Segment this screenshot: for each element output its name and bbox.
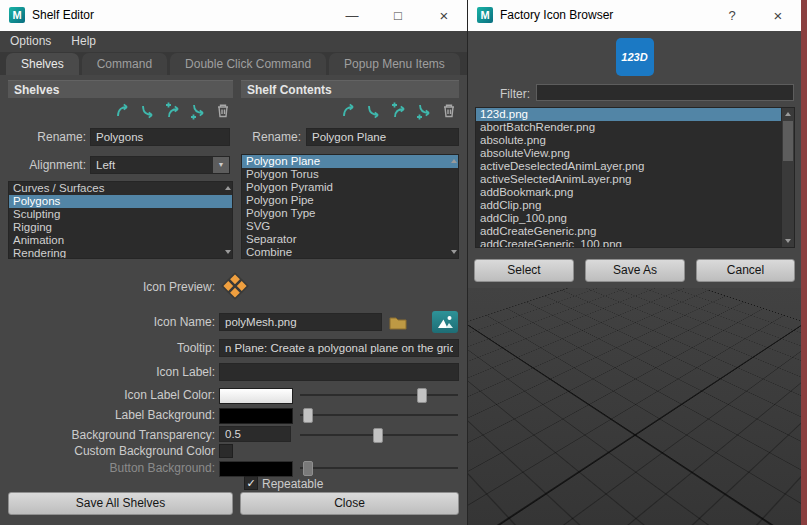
- shelf-delete-button[interactable]: [213, 101, 233, 121]
- tab-double-click-command[interactable]: Double Click Command: [170, 53, 326, 75]
- list-item[interactable]: Rigging: [9, 221, 232, 234]
- list-item[interactable]: Rendering: [9, 247, 232, 259]
- item-delete-button[interactable]: [439, 101, 459, 121]
- background-transparency-row: Background Transparency:: [0, 426, 467, 446]
- icon-label-color-swatch[interactable]: [219, 388, 293, 404]
- repeatable-checkbox[interactable]: ✓: [244, 476, 258, 490]
- label-background-slider[interactable]: [300, 407, 458, 423]
- list-item[interactable]: addCreateGeneric.png: [476, 225, 794, 238]
- icon-label-label: Icon Label:: [156, 365, 215, 379]
- slider-handle[interactable]: [373, 428, 383, 443]
- factory-icon: [436, 314, 454, 330]
- icon-preview-label: Icon Preview:: [143, 280, 215, 294]
- list-item[interactable]: activeDeselectedAnimLayer.png: [476, 160, 794, 173]
- cancel-button[interactable]: Cancel: [696, 259, 795, 282]
- custom-background-color-checkbox[interactable]: [219, 444, 233, 458]
- close-button[interactable]: ×: [421, 0, 467, 31]
- help-button[interactable]: ?: [709, 0, 755, 31]
- list-item[interactable]: addClip_100.png: [476, 212, 794, 225]
- shelf-move-down-button[interactable]: [138, 101, 158, 121]
- maximize-button[interactable]: □: [375, 0, 421, 31]
- scroll-up-icon[interactable]: [451, 159, 457, 163]
- shelf-editor-window: M Shelf Editor — □ × Options Help Shelve…: [0, 0, 467, 525]
- tab-shelves[interactable]: Shelves: [6, 53, 79, 75]
- icon-name-input[interactable]: [219, 313, 382, 331]
- save-all-shelves-button[interactable]: Save All Shelves: [8, 492, 233, 515]
- tab-command[interactable]: Command: [82, 53, 167, 75]
- item-add-button[interactable]: [389, 101, 409, 121]
- shelves-list-scrollbar[interactable]: [222, 182, 232, 258]
- list-item[interactable]: Separator: [242, 233, 458, 246]
- factory-icon-browser-button[interactable]: [432, 311, 458, 333]
- icon-files-scrollbar[interactable]: [781, 108, 794, 247]
- scroll-up-icon[interactable]: [785, 112, 791, 116]
- button-background-swatch: [219, 461, 293, 477]
- list-item[interactable]: Polygon Pyramid: [242, 181, 458, 194]
- shelf-editor-titlebar[interactable]: M Shelf Editor — □ ×: [0, 0, 467, 31]
- chevron-down-icon[interactable]: ▼: [213, 157, 229, 173]
- list-item[interactable]: abortBatchRender.png: [476, 121, 794, 134]
- background-transparency-slider[interactable]: [300, 427, 458, 443]
- browse-folder-button[interactable]: [388, 313, 408, 333]
- repeatable-row: ✓ Repeatable: [0, 476, 467, 490]
- select-button[interactable]: Select: [474, 259, 574, 282]
- tab-popup-menu-items[interactable]: Popup Menu Items: [329, 53, 460, 75]
- scroll-down-icon[interactable]: [785, 239, 791, 243]
- close-button[interactable]: ×: [755, 0, 801, 31]
- arrow-up-icon: [340, 102, 358, 120]
- icon-browser-titlebar[interactable]: M Factory Icon Browser ? ×: [468, 0, 801, 31]
- list-item[interactable]: Polygon Pipe: [242, 194, 458, 207]
- slider-handle[interactable]: [303, 408, 313, 423]
- list-item[interactable]: Polygons: [9, 195, 232, 208]
- list-item[interactable]: Polygon Type: [242, 207, 458, 220]
- minimize-button[interactable]: —: [329, 0, 375, 31]
- background-window-edge: [801, 0, 807, 525]
- menu-options[interactable]: Options: [0, 31, 61, 52]
- scrollbar-thumb[interactable]: [783, 121, 793, 161]
- list-item[interactable]: Curves / Surfaces: [9, 182, 232, 195]
- scroll-up-icon[interactable]: [225, 186, 231, 190]
- list-item[interactable]: addCreateGeneric_100.png: [476, 238, 794, 248]
- item-move-down-button[interactable]: [364, 101, 384, 121]
- label-background-swatch[interactable]: [219, 408, 293, 424]
- repeatable-label: Repeatable: [262, 477, 323, 491]
- item-insert-button[interactable]: [414, 101, 434, 121]
- close-shelf-editor-button[interactable]: Close: [240, 492, 459, 515]
- icon-preview-row: Icon Preview:: [0, 272, 467, 300]
- scroll-down-icon[interactable]: [451, 250, 457, 254]
- icon-label-color-slider[interactable]: [300, 387, 458, 403]
- list-item[interactable]: activeSelectedAnimLayer.png: [476, 173, 794, 186]
- list-item[interactable]: SVG: [242, 220, 458, 233]
- shelf-add-button[interactable]: [163, 101, 183, 121]
- list-item[interactable]: Combine: [242, 246, 458, 259]
- list-item[interactable]: Polygon Plane: [242, 155, 458, 168]
- list-item[interactable]: addClip.png: [476, 199, 794, 212]
- filter-input[interactable]: [536, 84, 794, 101]
- slider-handle[interactable]: [417, 388, 427, 403]
- item-move-up-button[interactable]: [339, 101, 359, 121]
- list-item[interactable]: Sculpting: [9, 208, 232, 221]
- list-item[interactable]: Polygon Torus: [242, 168, 458, 181]
- list-item[interactable]: absolute.png: [476, 134, 794, 147]
- list-item[interactable]: Animation: [9, 234, 232, 247]
- list-item[interactable]: 123d.png: [476, 108, 794, 121]
- shelves-list: Curves / SurfacesPolygonsSculptingRiggin…: [8, 181, 233, 259]
- custom-background-color-row: Custom Background Color: [0, 444, 467, 458]
- save-as-button[interactable]: Save As: [585, 259, 685, 282]
- slider-groove: [300, 414, 458, 416]
- menu-help[interactable]: Help: [61, 31, 106, 52]
- icon-label-input[interactable]: [219, 363, 459, 381]
- contents-list-scrollbar[interactable]: [448, 155, 458, 258]
- perspective-viewport[interactable]: [468, 288, 801, 525]
- background-transparency-input[interactable]: [219, 426, 291, 442]
- list-item[interactable]: absoluteView.png: [476, 147, 794, 160]
- list-item[interactable]: addBookmark.png: [476, 186, 794, 199]
- tooltip-input[interactable]: [219, 339, 459, 357]
- scroll-down-icon[interactable]: [225, 250, 231, 254]
- alignment-dropdown[interactable]: Left ▼: [90, 156, 230, 174]
- item-rename-input[interactable]: [306, 128, 459, 146]
- shelf-insert-button[interactable]: [188, 101, 208, 121]
- shelf-rename-input[interactable]: [90, 128, 230, 146]
- arrow-plus-icon: [390, 102, 408, 120]
- shelf-move-up-button[interactable]: [113, 101, 133, 121]
